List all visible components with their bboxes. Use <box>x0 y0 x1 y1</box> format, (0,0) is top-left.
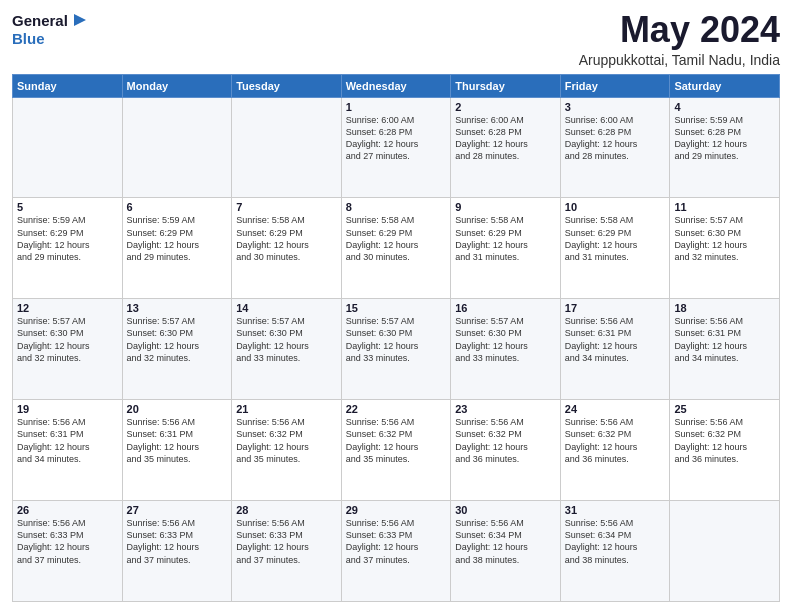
calendar-header-row: Sunday Monday Tuesday Wednesday Thursday… <box>13 74 780 97</box>
table-row: 7Sunrise: 5:58 AM Sunset: 6:29 PM Daylig… <box>232 198 342 299</box>
day-info: Sunrise: 5:59 AM Sunset: 6:28 PM Dayligh… <box>674 114 775 163</box>
table-row: 27Sunrise: 5:56 AM Sunset: 6:33 PM Dayli… <box>122 501 232 602</box>
day-number: 21 <box>236 403 337 415</box>
logo-general: General <box>12 12 68 29</box>
table-row: 22Sunrise: 5:56 AM Sunset: 6:32 PM Dayli… <box>341 400 451 501</box>
day-info: Sunrise: 5:58 AM Sunset: 6:29 PM Dayligh… <box>346 214 447 263</box>
table-row: 14Sunrise: 5:57 AM Sunset: 6:30 PM Dayli… <box>232 299 342 400</box>
logo-icon <box>70 10 90 30</box>
table-row: 2Sunrise: 6:00 AM Sunset: 6:28 PM Daylig… <box>451 97 561 198</box>
logo: General Blue <box>12 10 90 48</box>
month-title: May 2024 <box>579 10 780 50</box>
day-info: Sunrise: 5:59 AM Sunset: 6:29 PM Dayligh… <box>127 214 228 263</box>
day-number: 31 <box>565 504 666 516</box>
col-thursday: Thursday <box>451 74 561 97</box>
table-row <box>13 97 123 198</box>
table-row: 8Sunrise: 5:58 AM Sunset: 6:29 PM Daylig… <box>341 198 451 299</box>
day-number: 11 <box>674 201 775 213</box>
table-row: 26Sunrise: 5:56 AM Sunset: 6:33 PM Dayli… <box>13 501 123 602</box>
table-row: 31Sunrise: 5:56 AM Sunset: 6:34 PM Dayli… <box>560 501 670 602</box>
day-info: Sunrise: 5:56 AM Sunset: 6:32 PM Dayligh… <box>455 416 556 465</box>
table-row: 25Sunrise: 5:56 AM Sunset: 6:32 PM Dayli… <box>670 400 780 501</box>
day-number: 10 <box>565 201 666 213</box>
table-row: 30Sunrise: 5:56 AM Sunset: 6:34 PM Dayli… <box>451 501 561 602</box>
table-row: 19Sunrise: 5:56 AM Sunset: 6:31 PM Dayli… <box>13 400 123 501</box>
day-number: 14 <box>236 302 337 314</box>
table-row: 23Sunrise: 5:56 AM Sunset: 6:32 PM Dayli… <box>451 400 561 501</box>
col-saturday: Saturday <box>670 74 780 97</box>
day-number: 1 <box>346 101 447 113</box>
page: General Blue May 2024 Aruppukkottai, Tam… <box>0 0 792 612</box>
day-info: Sunrise: 5:56 AM Sunset: 6:32 PM Dayligh… <box>236 416 337 465</box>
day-info: Sunrise: 5:56 AM Sunset: 6:32 PM Dayligh… <box>346 416 447 465</box>
day-info: Sunrise: 5:56 AM Sunset: 6:31 PM Dayligh… <box>674 315 775 364</box>
table-row: 28Sunrise: 5:56 AM Sunset: 6:33 PM Dayli… <box>232 501 342 602</box>
day-info: Sunrise: 5:59 AM Sunset: 6:29 PM Dayligh… <box>17 214 118 263</box>
day-info: Sunrise: 6:00 AM Sunset: 6:28 PM Dayligh… <box>565 114 666 163</box>
day-info: Sunrise: 5:56 AM Sunset: 6:33 PM Dayligh… <box>17 517 118 566</box>
day-number: 29 <box>346 504 447 516</box>
table-row: 4Sunrise: 5:59 AM Sunset: 6:28 PM Daylig… <box>670 97 780 198</box>
day-number: 20 <box>127 403 228 415</box>
day-info: Sunrise: 6:00 AM Sunset: 6:28 PM Dayligh… <box>346 114 447 163</box>
day-number: 19 <box>17 403 118 415</box>
day-info: Sunrise: 5:56 AM Sunset: 6:32 PM Dayligh… <box>565 416 666 465</box>
logo-blue: Blue <box>12 30 45 47</box>
table-row: 5Sunrise: 5:59 AM Sunset: 6:29 PM Daylig… <box>13 198 123 299</box>
day-number: 5 <box>17 201 118 213</box>
day-info: Sunrise: 5:56 AM Sunset: 6:34 PM Dayligh… <box>565 517 666 566</box>
week-row-3: 12Sunrise: 5:57 AM Sunset: 6:30 PM Dayli… <box>13 299 780 400</box>
table-row: 24Sunrise: 5:56 AM Sunset: 6:32 PM Dayli… <box>560 400 670 501</box>
day-info: Sunrise: 5:56 AM Sunset: 6:33 PM Dayligh… <box>346 517 447 566</box>
week-row-5: 26Sunrise: 5:56 AM Sunset: 6:33 PM Dayli… <box>13 501 780 602</box>
day-info: Sunrise: 5:57 AM Sunset: 6:30 PM Dayligh… <box>346 315 447 364</box>
day-info: Sunrise: 5:57 AM Sunset: 6:30 PM Dayligh… <box>127 315 228 364</box>
week-row-1: 1Sunrise: 6:00 AM Sunset: 6:28 PM Daylig… <box>13 97 780 198</box>
week-row-4: 19Sunrise: 5:56 AM Sunset: 6:31 PM Dayli… <box>13 400 780 501</box>
table-row <box>670 501 780 602</box>
day-number: 17 <box>565 302 666 314</box>
day-info: Sunrise: 5:57 AM Sunset: 6:30 PM Dayligh… <box>455 315 556 364</box>
col-friday: Friday <box>560 74 670 97</box>
day-info: Sunrise: 5:56 AM Sunset: 6:31 PM Dayligh… <box>17 416 118 465</box>
day-info: Sunrise: 5:56 AM Sunset: 6:33 PM Dayligh… <box>236 517 337 566</box>
table-row: 29Sunrise: 5:56 AM Sunset: 6:33 PM Dayli… <box>341 501 451 602</box>
table-row: 15Sunrise: 5:57 AM Sunset: 6:30 PM Dayli… <box>341 299 451 400</box>
table-row: 12Sunrise: 5:57 AM Sunset: 6:30 PM Dayli… <box>13 299 123 400</box>
day-number: 8 <box>346 201 447 213</box>
table-row: 10Sunrise: 5:58 AM Sunset: 6:29 PM Dayli… <box>560 198 670 299</box>
table-row: 11Sunrise: 5:57 AM Sunset: 6:30 PM Dayli… <box>670 198 780 299</box>
title-section: May 2024 Aruppukkottai, Tamil Nadu, Indi… <box>579 10 780 68</box>
day-number: 12 <box>17 302 118 314</box>
day-number: 24 <box>565 403 666 415</box>
day-number: 27 <box>127 504 228 516</box>
day-info: Sunrise: 5:56 AM Sunset: 6:31 PM Dayligh… <box>565 315 666 364</box>
day-number: 2 <box>455 101 556 113</box>
table-row: 6Sunrise: 5:59 AM Sunset: 6:29 PM Daylig… <box>122 198 232 299</box>
table-row: 1Sunrise: 6:00 AM Sunset: 6:28 PM Daylig… <box>341 97 451 198</box>
table-row: 13Sunrise: 5:57 AM Sunset: 6:30 PM Dayli… <box>122 299 232 400</box>
table-row <box>122 97 232 198</box>
table-row: 9Sunrise: 5:58 AM Sunset: 6:29 PM Daylig… <box>451 198 561 299</box>
day-info: Sunrise: 6:00 AM Sunset: 6:28 PM Dayligh… <box>455 114 556 163</box>
day-number: 9 <box>455 201 556 213</box>
table-row: 20Sunrise: 5:56 AM Sunset: 6:31 PM Dayli… <box>122 400 232 501</box>
day-info: Sunrise: 5:56 AM Sunset: 6:31 PM Dayligh… <box>127 416 228 465</box>
day-number: 18 <box>674 302 775 314</box>
col-wednesday: Wednesday <box>341 74 451 97</box>
day-info: Sunrise: 5:56 AM Sunset: 6:34 PM Dayligh… <box>455 517 556 566</box>
day-info: Sunrise: 5:58 AM Sunset: 6:29 PM Dayligh… <box>565 214 666 263</box>
header: General Blue May 2024 Aruppukkottai, Tam… <box>12 10 780 68</box>
day-number: 26 <box>17 504 118 516</box>
day-number: 28 <box>236 504 337 516</box>
table-row: 17Sunrise: 5:56 AM Sunset: 6:31 PM Dayli… <box>560 299 670 400</box>
day-info: Sunrise: 5:58 AM Sunset: 6:29 PM Dayligh… <box>455 214 556 263</box>
day-number: 15 <box>346 302 447 314</box>
day-info: Sunrise: 5:57 AM Sunset: 6:30 PM Dayligh… <box>236 315 337 364</box>
day-number: 22 <box>346 403 447 415</box>
day-number: 30 <box>455 504 556 516</box>
day-info: Sunrise: 5:56 AM Sunset: 6:32 PM Dayligh… <box>674 416 775 465</box>
table-row: 21Sunrise: 5:56 AM Sunset: 6:32 PM Dayli… <box>232 400 342 501</box>
day-number: 23 <box>455 403 556 415</box>
day-info: Sunrise: 5:56 AM Sunset: 6:33 PM Dayligh… <box>127 517 228 566</box>
